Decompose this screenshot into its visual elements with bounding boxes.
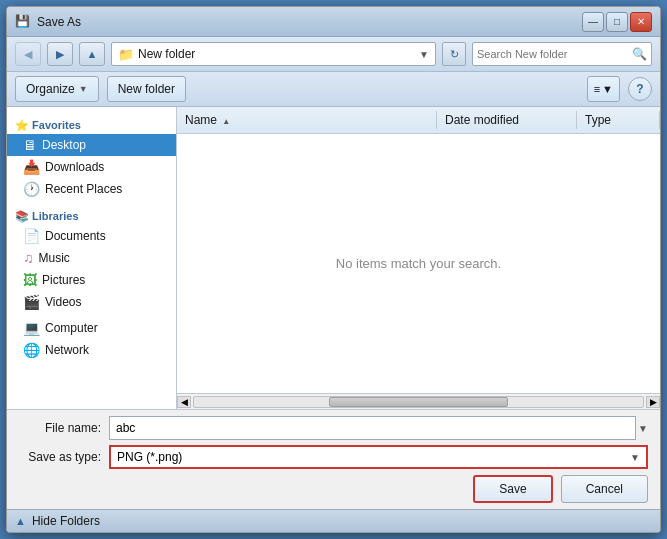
- hide-folders-label: Hide Folders: [32, 514, 100, 528]
- sidebar-label-pictures: Pictures: [42, 273, 85, 287]
- toolbar: Organize ▼ New folder ≡ ▼ ?: [7, 72, 660, 107]
- title-bar: 💾 Save As — □ ✕: [7, 7, 660, 37]
- title-controls: — □ ✕: [582, 12, 652, 32]
- view-dropdown-arrow: ▼: [602, 83, 613, 95]
- downloads-icon: 📥: [23, 159, 40, 175]
- column-date[interactable]: Date modified: [437, 111, 577, 129]
- empty-message: No items match your search.: [336, 256, 501, 271]
- organize-button[interactable]: Organize ▼: [15, 76, 99, 102]
- hide-folders-icon: ▲: [15, 515, 26, 527]
- filename-label: File name:: [19, 421, 109, 435]
- search-icon: 🔍: [632, 47, 647, 61]
- sidebar-item-downloads[interactable]: 📥 Downloads: [7, 156, 176, 178]
- filetype-row: Save as type: PNG (*.png) ▼: [19, 445, 648, 469]
- system-section: 💻 Computer 🌐 Network: [7, 315, 176, 363]
- address-dropdown-arrow[interactable]: ▼: [419, 49, 429, 60]
- computer-icon: 💻: [23, 320, 40, 336]
- filetype-arrow: ▼: [630, 452, 640, 463]
- address-folder-name: New folder: [138, 47, 195, 61]
- sidebar-label-computer: Computer: [45, 321, 98, 335]
- new-folder-button[interactable]: New folder: [107, 76, 186, 102]
- cancel-button[interactable]: Cancel: [561, 475, 648, 503]
- refresh-button[interactable]: ↻: [442, 42, 466, 66]
- sidebar-item-recent[interactable]: 🕐 Recent Places: [7, 178, 176, 200]
- column-name[interactable]: Name ▲: [177, 111, 437, 129]
- horizontal-scrollbar[interactable]: ◀ ▶: [177, 393, 660, 409]
- sidebar: ⭐ Favorites 🖥 Desktop 📥 Downloads 🕐 Rece…: [7, 107, 177, 409]
- music-icon: ♫: [23, 250, 34, 266]
- organize-arrow: ▼: [79, 84, 88, 94]
- folder-icon: 📁: [118, 47, 134, 62]
- sidebar-item-computer[interactable]: 💻 Computer: [7, 317, 176, 339]
- view-icon: ≡: [594, 83, 600, 95]
- scroll-right-btn[interactable]: ▶: [646, 396, 660, 408]
- search-input[interactable]: [477, 48, 632, 60]
- minimize-button[interactable]: —: [582, 12, 604, 32]
- sidebar-label-recent: Recent Places: [45, 182, 122, 196]
- title-bar-left: 💾 Save As: [15, 14, 81, 30]
- libraries-section: 📚 Libraries 📄 Documents ♫ Music 🖼 Pictur…: [7, 202, 176, 315]
- sidebar-label-downloads: Downloads: [45, 160, 104, 174]
- desktop-icon: 🖥: [23, 137, 37, 153]
- sidebar-item-videos[interactable]: 🎬 Videos: [7, 291, 176, 313]
- network-icon: 🌐: [23, 342, 40, 358]
- sidebar-item-desktop[interactable]: 🖥 Desktop: [7, 134, 176, 156]
- close-button[interactable]: ✕: [630, 12, 652, 32]
- scroll-thumb[interactable]: [329, 397, 509, 407]
- filetype-dropdown[interactable]: PNG (*.png) ▼: [109, 445, 648, 469]
- sidebar-item-music[interactable]: ♫ Music: [7, 247, 176, 269]
- save-button[interactable]: Save: [473, 475, 552, 503]
- forward-button[interactable]: ▶: [47, 42, 73, 66]
- search-box[interactable]: 🔍: [472, 42, 652, 66]
- videos-icon: 🎬: [23, 294, 40, 310]
- filename-input[interactable]: [109, 416, 636, 440]
- filetype-value: PNG (*.png): [117, 450, 182, 464]
- back-button[interactable]: ◀: [15, 42, 41, 66]
- sort-arrow: ▲: [222, 117, 230, 126]
- action-row: Save Cancel: [19, 475, 648, 503]
- address-box[interactable]: 📁 New folder ▼: [111, 42, 436, 66]
- column-header: Name ▲ Date modified Type: [177, 107, 660, 134]
- organize-label: Organize: [26, 82, 75, 96]
- column-type[interactable]: Type: [577, 111, 660, 129]
- sidebar-label-documents: Documents: [45, 229, 106, 243]
- sidebar-item-pictures[interactable]: 🖼 Pictures: [7, 269, 176, 291]
- filename-dropdown-arrow[interactable]: ▼: [638, 423, 648, 434]
- scroll-track: [193, 396, 644, 408]
- file-list-body: No items match your search.: [177, 134, 660, 393]
- file-area: Name ▲ Date modified Type No items match…: [177, 107, 660, 409]
- pictures-icon: 🖼: [23, 272, 37, 288]
- scroll-left-btn[interactable]: ◀: [177, 396, 191, 408]
- sidebar-label-videos: Videos: [45, 295, 81, 309]
- maximize-button[interactable]: □: [606, 12, 628, 32]
- sidebar-label-desktop: Desktop: [42, 138, 86, 152]
- filename-row: File name: ▼: [19, 416, 648, 440]
- sidebar-label-music: Music: [39, 251, 70, 265]
- address-bar: ◀ ▶ ▲ 📁 New folder ▼ ↻ 🔍: [7, 37, 660, 72]
- documents-icon: 📄: [23, 228, 40, 244]
- hide-folders-bar[interactable]: ▲ Hide Folders: [7, 509, 660, 532]
- sidebar-item-documents[interactable]: 📄 Documents: [7, 225, 176, 247]
- filetype-label: Save as type:: [19, 450, 109, 464]
- up-button[interactable]: ▲: [79, 42, 105, 66]
- favorites-header: ⭐ Favorites: [7, 113, 176, 134]
- sidebar-label-network: Network: [45, 343, 89, 357]
- main-content: ⭐ Favorites 🖥 Desktop 📥 Downloads 🕐 Rece…: [7, 107, 660, 409]
- bottom-section: File name: ▼ Save as type: PNG (*.png) ▼…: [7, 409, 660, 509]
- help-button[interactable]: ?: [628, 77, 652, 101]
- favorites-section: ⭐ Favorites 🖥 Desktop 📥 Downloads 🕐 Rece…: [7, 111, 176, 202]
- sidebar-item-network[interactable]: 🌐 Network: [7, 339, 176, 361]
- libraries-header: 📚 Libraries: [7, 204, 176, 225]
- view-button[interactable]: ≡ ▼: [587, 76, 620, 102]
- recent-icon: 🕐: [23, 181, 40, 197]
- dialog-title: Save As: [37, 15, 81, 29]
- dialog-icon: 💾: [15, 14, 31, 30]
- new-folder-label: New folder: [118, 82, 175, 96]
- save-as-dialog: 💾 Save As — □ ✕ ◀ ▶ ▲ 📁 New folder ▼ ↻ 🔍…: [6, 6, 661, 533]
